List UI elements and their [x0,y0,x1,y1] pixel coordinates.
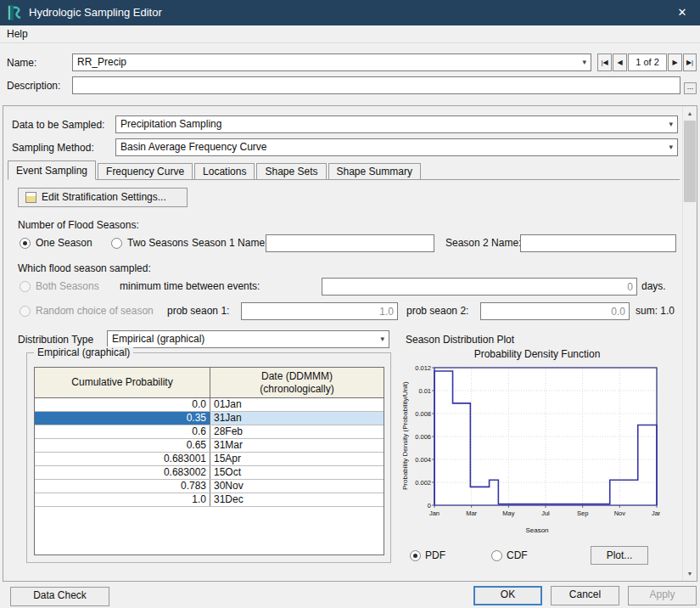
tab-frequency-curve[interactable]: Frequency Curve [98,163,193,179]
vertical-scrollbar[interactable]: ▲ ▼ [682,106,697,581]
svg-text:0.01: 0.01 [418,387,431,395]
description-ellipsis-button[interactable]: ... [684,82,697,94]
table-row[interactable]: 0.6531Mar [35,439,384,453]
probability-table[interactable]: Cumulative Probability Date (DDMMM) (chr… [34,367,384,555]
close-icon[interactable]: ✕ [664,0,700,25]
svg-text:0.002: 0.002 [415,479,431,487]
tab-shape-sets[interactable]: Shape Sets [256,163,326,179]
record-first-button[interactable]: |◀ [597,53,612,71]
sampling-method-combobox[interactable]: Basin Average Frequency Curve ▾ [115,138,678,156]
two-seasons-radio[interactable] [111,238,122,249]
name-value: RR_Precip [77,56,126,68]
data-to-be-sampled-value: Precipitation Sampling [120,118,221,130]
scroll-down-icon[interactable]: ▼ [683,566,697,581]
table-row[interactable]: 0.68300115Apr [35,453,384,466]
chevron-down-icon: ▾ [380,331,384,347]
both-seasons-label: Both Seasons [36,280,99,292]
svg-text:May: May [502,509,514,517]
which-season-label: Which flood season sampled: [18,262,151,274]
min-time-label: minimum time between events: [120,280,260,292]
season-distribution-plot: Probability Density Function Probability… [400,346,674,549]
prob-season1-label: prob seaon 1: [167,305,229,317]
scroll-up-icon[interactable]: ▲ [683,106,697,121]
svg-text:0.006: 0.006 [415,433,431,441]
cdf-radio-label: CDF [507,549,528,561]
season2-name-field[interactable] [520,234,676,252]
data-to-be-sampled-combobox[interactable]: Precipitation Sampling ▾ [115,115,678,133]
two-seasons-label: Two Seasons [127,237,188,249]
svg-text:Jan: Jan [652,509,660,517]
window-title: Hydrologic Sampling Editor [29,0,162,25]
table-row[interactable]: 0.628Feb [35,425,384,439]
data-check-button[interactable]: Data Check [10,587,109,606]
record-last-button[interactable]: ▶| [683,53,697,71]
apply-button[interactable]: Apply [628,586,697,605]
record-prev-button[interactable]: ◀ [613,53,627,71]
table-row[interactable]: 0.3531Jan [35,412,384,425]
distribution-type-label: Distribution Type [18,334,93,346]
menu-bar: Help [0,25,700,43]
svg-text:Jul: Jul [541,509,550,517]
description-label: Description: [7,80,60,92]
flood-seasons-label: Number of Flood Seasons: [18,219,139,231]
hydrologic-sampling-editor-window: Hydrologic Sampling Editor ✕ Help Name: … [0,0,700,608]
svg-text:0.008: 0.008 [415,410,431,418]
name-label: Name: [7,57,36,69]
empirical-groupbox-title: Empirical (graphical) [34,346,133,358]
both-seasons-radio[interactable] [20,281,31,292]
tab-shape-summary[interactable]: Shape Summary [328,163,421,179]
cdf-radio[interactable] [491,550,502,561]
table-row[interactable]: 0.78330Nov [35,480,384,493]
ok-button[interactable]: OK [473,586,542,605]
prob-season2-field[interactable] [480,302,630,320]
tab-event-sampling[interactable]: Event Sampling [8,160,96,180]
table-row[interactable]: 0.001Jan [35,398,384,412]
table-row[interactable]: 1.031Dec [35,493,384,507]
svg-text:0.004: 0.004 [415,456,431,464]
edit-stratification-settings-button[interactable]: Edit Stratification Settings... [18,188,188,207]
sampling-method-label: Sampling Method: [12,142,94,154]
pdf-radio[interactable] [410,550,421,561]
days-label: days. [641,280,666,292]
col-cumulative-probability-header: Cumulative Probability [35,368,210,397]
scrollbar-thumb[interactable] [684,121,696,202]
one-season-label: One Season [36,237,92,249]
stratification-settings-icon [25,192,36,203]
distribution-type-value: Empirical (graphical) [112,333,204,345]
empirical-groupbox: Empirical (graphical) Cumulative Probabi… [26,352,391,563]
season1-name-label: Season 1 Name: [192,237,267,249]
svg-text:Sep: Sep [577,509,588,517]
one-season-radio[interactable] [20,238,31,249]
tab-strip: Event SamplingFrequency CurveLocationsSh… [8,160,680,180]
random-choice-radio[interactable] [20,306,31,317]
table-row[interactable]: 0.68300215Oct [35,466,384,480]
name-combobox[interactable]: RR_Precip ▾ [72,53,591,71]
record-next-button[interactable]: ▶ [668,53,682,71]
prob-season1-field[interactable] [241,302,398,320]
season2-name-label: Season 2 Name: [445,237,521,249]
cancel-button[interactable]: Cancel [551,586,619,605]
svg-text:0: 0 [428,502,431,509]
plot-x-axis-label: Season [400,526,674,534]
distribution-type-combobox[interactable]: Empirical (graphical) ▾ [107,330,389,348]
svg-text:0.012: 0.012 [415,364,431,372]
description-field[interactable] [72,76,680,94]
svg-text:Nov: Nov [614,509,626,517]
min-time-field[interactable] [322,278,637,296]
tab-locations[interactable]: Locations [194,163,255,179]
main-panel: Data to be Sampled: Precipitation Sampli… [3,105,697,582]
plot-title: Probability Density Function [400,348,674,360]
edit-stratification-label: Edit Stratification Settings... [42,189,166,206]
svg-text:Jan: Jan [429,509,440,517]
prob-table-body: 0.001Jan0.3531Jan0.628Feb0.6531Mar0.6830… [35,398,384,507]
plot-button[interactable]: Plot... [591,546,648,565]
app-icon [6,4,23,21]
menu-help[interactable]: Help [0,25,35,42]
probability-table-header: Cumulative Probability Date (DDMMM) (chr… [35,368,384,398]
chevron-down-icon: ▾ [669,139,673,155]
season1-name-field[interactable] [266,234,434,252]
pdf-chart-svg: 00.0020.0040.0060.0080.010.012JanMarMayJ… [406,363,660,521]
prob-season2-label: prob seaon 2: [406,305,468,317]
sampling-method-value: Basin Average Frequency Curve [120,141,267,153]
title-bar[interactable]: Hydrologic Sampling Editor ✕ [0,0,700,25]
